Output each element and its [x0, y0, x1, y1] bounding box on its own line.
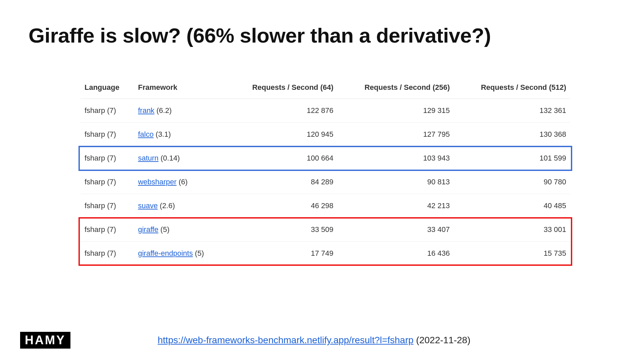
cell-rps256: 42 213 — [337, 194, 454, 218]
cell-rps256: 90 813 — [337, 170, 454, 194]
table-row: fsharp (7)frank (6.2)122 876129 315132 3… — [80, 99, 570, 123]
cell-framework: frank (6.2) — [134, 99, 226, 123]
framework-link[interactable]: saturn — [138, 154, 158, 162]
cell-framework: giraffe-endpoints (5) — [134, 242, 226, 265]
cell-rps64: 17 749 — [226, 242, 337, 265]
cell-language: fsharp (7) — [80, 170, 134, 194]
source-citation: https://web-frameworks-benchmark.netlify… — [158, 335, 470, 346]
cell-framework: falco (3.1) — [134, 123, 226, 146]
cell-rps64: 100 664 — [226, 146, 337, 170]
cell-language: fsharp (7) — [80, 242, 134, 265]
source-link[interactable]: https://web-frameworks-benchmark.netlify… — [158, 335, 414, 345]
framework-version: (3.1) — [154, 130, 171, 138]
cell-framework: websharper (6) — [134, 170, 226, 194]
cell-rps256: 16 436 — [337, 242, 454, 265]
cell-rps256: 103 943 — [337, 146, 454, 170]
cell-framework: suave (2.6) — [134, 194, 226, 218]
table-row: fsharp (7)falco (3.1)120 945127 795130 3… — [80, 123, 570, 146]
cell-rps512: 130 368 — [454, 123, 570, 146]
cell-rps512: 101 599 — [454, 146, 570, 170]
table-row: fsharp (7)websharper (6)84 28990 81390 7… — [80, 170, 570, 194]
framework-version: (5) — [158, 225, 169, 234]
cell-rps512: 90 780 — [454, 170, 570, 194]
cell-rps64: 33 509 — [226, 218, 337, 242]
benchmark-table: Language Framework Requests / Second (64… — [80, 77, 570, 265]
col-language: Language — [80, 77, 134, 99]
cell-rps256: 129 315 — [337, 99, 454, 123]
cell-rps64: 46 298 — [226, 194, 337, 218]
cell-rps512: 40 485 — [454, 194, 570, 218]
framework-version: (2.6) — [158, 201, 175, 210]
framework-link[interactable]: giraffe-endpoints — [138, 249, 193, 257]
col-framework: Framework — [134, 77, 226, 99]
table-row: fsharp (7)saturn (0.14)100 664103 943101… — [80, 146, 570, 170]
table-row: fsharp (7)giraffe (5)33 50933 40733 001 — [80, 218, 570, 242]
hamy-logo: HAMY — [20, 332, 70, 349]
col-rps64: Requests / Second (64) — [226, 77, 337, 99]
source-date: (2022-11-28) — [414, 335, 471, 345]
cell-rps64: 120 945 — [226, 123, 337, 146]
col-rps512: Requests / Second (512) — [454, 77, 570, 99]
framework-version: (5) — [193, 249, 204, 257]
cell-language: fsharp (7) — [80, 218, 134, 242]
cell-framework: giraffe (5) — [134, 218, 226, 242]
col-rps256: Requests / Second (256) — [337, 77, 454, 99]
table-row: fsharp (7)giraffe-endpoints (5)17 74916 … — [80, 242, 570, 265]
cell-language: fsharp (7) — [80, 146, 134, 170]
framework-version: (0.14) — [159, 154, 180, 162]
cell-framework: saturn (0.14) — [134, 146, 226, 170]
table-header-row: Language Framework Requests / Second (64… — [80, 77, 570, 99]
cell-rps64: 122 876 — [226, 99, 337, 123]
framework-version: (6.2) — [154, 106, 171, 115]
framework-link[interactable]: websharper — [138, 178, 176, 186]
framework-link[interactable]: suave — [138, 201, 158, 210]
benchmark-table-container: Language Framework Requests / Second (64… — [80, 77, 570, 265]
cell-rps512: 132 361 — [454, 99, 570, 123]
framework-version: (6) — [176, 178, 187, 186]
table-row: fsharp (7)suave (2.6)46 29842 21340 485 — [80, 194, 570, 218]
framework-link[interactable]: giraffe — [138, 225, 158, 234]
cell-rps256: 127 795 — [337, 123, 454, 146]
cell-rps512: 15 735 — [454, 242, 570, 265]
cell-language: fsharp (7) — [80, 123, 134, 146]
slide-title: Giraffe is slow? (66% slower than a deri… — [29, 23, 491, 47]
framework-link[interactable]: frank — [138, 106, 154, 115]
framework-link[interactable]: falco — [138, 130, 153, 138]
cell-language: fsharp (7) — [80, 99, 134, 123]
cell-language: fsharp (7) — [80, 194, 134, 218]
cell-rps512: 33 001 — [454, 218, 570, 242]
cell-rps256: 33 407 — [337, 218, 454, 242]
cell-rps64: 84 289 — [226, 170, 337, 194]
